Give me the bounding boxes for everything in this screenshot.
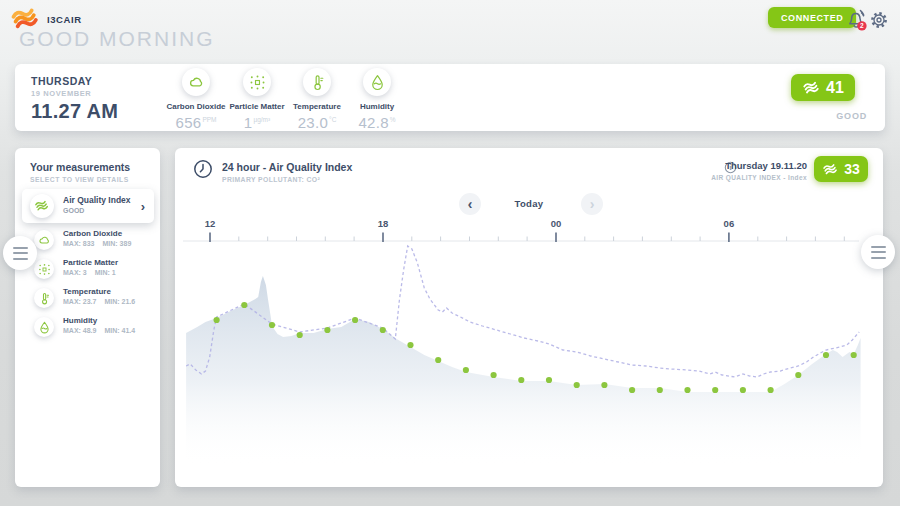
cloud-icon bbox=[182, 68, 210, 96]
status-date: 19 NOVEMBER bbox=[31, 89, 92, 98]
page-title: GOOD MORNING bbox=[19, 27, 215, 51]
sidebar-item-particle-matter[interactable]: Particle Matter MAX: 3MIN: 1 bbox=[22, 255, 154, 283]
sidebar-item-humidity[interactable]: Humidity MAX: 48.9MIN: 41.4 bbox=[22, 313, 154, 341]
droplet-icon bbox=[363, 68, 391, 96]
svg-text:2: 2 bbox=[860, 22, 864, 29]
chart-index-label: AIR QUALITY INDEX - Index bbox=[711, 174, 807, 181]
aqi-area-chart: 12180006 bbox=[183, 215, 873, 487]
chart-aqi-badge: 33 bbox=[814, 156, 868, 182]
hamburger-icon bbox=[13, 247, 28, 249]
clock-icon bbox=[192, 158, 214, 184]
hamburger-icon bbox=[871, 246, 886, 248]
chart-date: Thursday 19.11.20 bbox=[711, 160, 807, 171]
svg-text:00: 00 bbox=[551, 218, 562, 229]
svg-text:06: 06 bbox=[724, 218, 735, 229]
status-card: THURSDAY 19 NOVEMBER 11.27 AM Carbon Dio… bbox=[15, 64, 885, 131]
particles-icon bbox=[243, 68, 271, 96]
prev-day-button[interactable]: ‹ bbox=[459, 193, 481, 215]
measurements-panel: Your measurements SELECT TO VIEW DETAILS… bbox=[15, 148, 160, 487]
left-drawer-handle[interactable] bbox=[3, 236, 37, 270]
top-bar: I3CAIR GOOD MORNING CONNECTED 2 bbox=[0, 0, 900, 60]
sidebar-subtitle: SELECT TO VIEW DETAILS bbox=[30, 176, 130, 183]
sidebar-item-air-quality-index[interactable]: Air Quality Index GOOD › bbox=[22, 189, 154, 223]
settings-button[interactable] bbox=[868, 9, 890, 31]
notifications-button[interactable]: 2 bbox=[845, 9, 869, 33]
aqi-waves-icon bbox=[802, 81, 821, 95]
aqi-value: 41 bbox=[826, 79, 844, 97]
aqi-waves-icon bbox=[30, 194, 54, 218]
particles-icon bbox=[34, 259, 54, 279]
sidebar-item-temperature[interactable]: Temperature MAX: 23.7MIN: 21.6 bbox=[22, 284, 154, 312]
status-time: 11.27 AM bbox=[31, 100, 118, 123]
bell-icon: 2 bbox=[845, 21, 869, 36]
right-drawer-handle[interactable] bbox=[861, 235, 895, 269]
chart-title: 24 hour - Air Quality Index bbox=[222, 161, 352, 173]
next-day-button[interactable]: › bbox=[581, 193, 603, 215]
nav-period-label: Today bbox=[489, 198, 569, 209]
svg-text:18: 18 bbox=[378, 218, 389, 229]
chart-subtitle: PRIMARY POLLUTANT: CO² bbox=[222, 176, 352, 183]
sidebar-title: Your measurements bbox=[30, 161, 130, 173]
status-day: THURSDAY bbox=[31, 75, 92, 87]
brand-name: I3CAIR bbox=[47, 14, 82, 25]
gear-icon bbox=[868, 19, 890, 34]
thermometer-icon bbox=[34, 288, 54, 308]
sensor-humidity: Humidity 42.8% bbox=[339, 68, 415, 131]
svg-text:12: 12 bbox=[205, 218, 216, 229]
chevron-right-icon: › bbox=[141, 199, 145, 214]
thermometer-icon bbox=[303, 68, 331, 96]
sidebar-item-carbon-dioxide[interactable]: Carbon Dioxide MAX: 833MIN: 389 bbox=[22, 226, 154, 254]
aqi-badge: 41 bbox=[791, 74, 855, 101]
aqi-status-label: GOOD bbox=[836, 111, 867, 121]
chart-panel: 24 hour - Air Quality Index PRIMARY POLL… bbox=[175, 148, 883, 487]
aqi-waves-icon bbox=[822, 163, 839, 176]
connected-button[interactable]: CONNECTED bbox=[768, 7, 856, 28]
cloud-icon bbox=[34, 230, 54, 250]
droplet-icon bbox=[34, 317, 54, 337]
chart-aqi-value: 33 bbox=[844, 161, 860, 177]
